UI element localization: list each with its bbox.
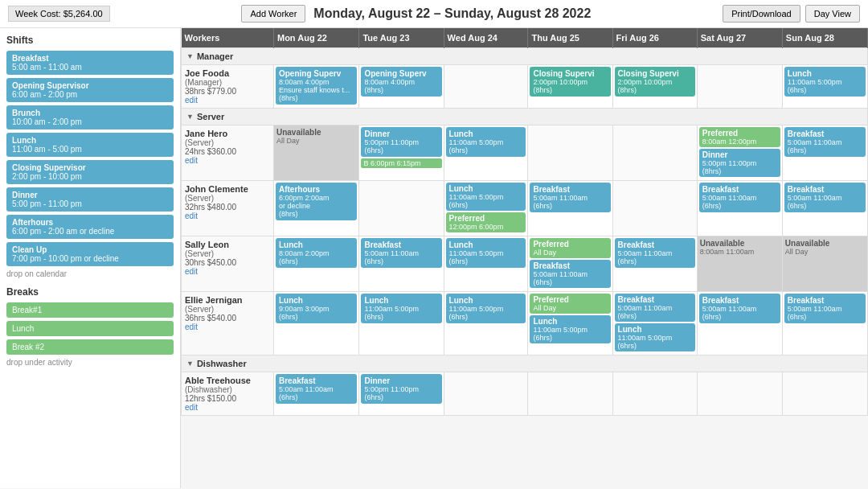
sidebar-shift-item[interactable]: Brunch10:00 am - 2:00 pm [6, 105, 174, 129]
unavailable-cell: Unavailable All Day [782, 236, 867, 292]
worker-edit-link[interactable]: edit [185, 267, 270, 276]
worker-edit-link[interactable]: edit [185, 96, 270, 105]
sidebar: Shifts Breakfast5:00 am - 11:00 amOpenin… [0, 28, 181, 488]
calendar-title: Monday, August 22 – Sunday, August 28 20… [313, 6, 591, 21]
shift-cell: Opening Superv 8:00am 4:00pm Ensure staf… [273, 65, 358, 109]
worker-hours: 32hrs $480.00 [185, 203, 270, 212]
worker-info-cell: Sally Leon (Server) 30hrs $450.00 edit [182, 236, 274, 292]
section-name: Manager [197, 51, 233, 61]
header-wed: Wed Aug 24 [444, 28, 528, 48]
section-header-row: ▼ Dishwasher [182, 355, 868, 372]
section-header[interactable]: ▼ Manager [182, 48, 868, 65]
section-header-row: ▼ Manager [182, 48, 868, 65]
sidebar-shift-item[interactable]: Afterhours6:00 pm - 2:00 am or decline [6, 215, 174, 239]
shift-cell: Breakfast 5:00am 11:00am (6hrs) [782, 125, 867, 181]
worker-role: (Manager) [185, 78, 270, 87]
schedule-table: Workers Mon Aug 22 Tue Aug 23 Wed Aug 24… [181, 28, 868, 416]
shift-cell: Lunch 11:00am 5:00pm (6hrs) [444, 292, 528, 355]
header-sat: Sat Aug 27 [697, 28, 782, 48]
worker-name: Joe Fooda [185, 68, 270, 78]
empty-day-cell [782, 372, 867, 416]
worker-name: Ellie Jernigan [185, 295, 270, 305]
sidebar-shift-item[interactable]: Closing Supervisor2:00 pm - 10:00 pm [6, 160, 174, 184]
header-row: Workers Mon Aug 22 Tue Aug 23 Wed Aug 24… [182, 28, 868, 48]
sidebar-break-item[interactable]: Break#1 [6, 302, 174, 318]
shift-cell: Opening Superv 8:00am 4:00pm (8hrs) [359, 65, 444, 109]
collapse-triangle[interactable]: ▼ [186, 360, 194, 368]
section-header-row: ▼ Server [182, 109, 868, 125]
worker-name: John Clemente [185, 184, 270, 194]
worker-edit-link[interactable]: edit [185, 156, 270, 165]
shifts-title: Shifts [6, 35, 174, 46]
day-view-button[interactable]: Day View [805, 5, 860, 23]
empty-day-cell [444, 372, 528, 416]
breaks-section: Breaks Break#1LunchBreak #2 drop under a… [6, 286, 174, 367]
worker-role: (Server) [185, 249, 270, 258]
multi-shift-cell: Breakfast 5:00am 11:00am (6hrs) Lunch 11… [612, 292, 697, 355]
calendar: Workers Mon Aug 22 Tue Aug 23 Wed Aug 24… [181, 28, 868, 488]
sidebar-shift-item[interactable]: Dinner5:00 pm - 11:00 pm [6, 187, 174, 212]
sidebar-shift-item[interactable]: Lunch11:00 am - 5:00 pm [6, 133, 174, 157]
shift-cell: Breakfast 5:00am 11:00am (6hrs) [782, 181, 867, 236]
worker-row: Joe Fooda (Manager) 38hrs $779.00 edit O… [182, 65, 868, 109]
worker-role: (Server) [185, 194, 270, 203]
schedule-body: ▼ Manager Joe Fooda (Manager) 38hrs $779… [182, 48, 868, 416]
worker-role: (Server) [185, 305, 270, 314]
top-bar: Week Cost: $5,264.00 Add Worker Monday, … [0, 0, 868, 28]
shift-cell: Lunch 8:00am 2:00pm (6hrs) [273, 236, 358, 292]
collapse-triangle[interactable]: ▼ [186, 113, 194, 121]
empty-day-cell [528, 125, 612, 181]
empty-day-cell [528, 372, 612, 416]
empty-day-cell [612, 181, 697, 236]
section-header[interactable]: ▼ Dishwasher [182, 355, 868, 372]
sidebar-break-item[interactable]: Break #2 [6, 339, 174, 355]
header-fri: Fri Aug 26 [612, 28, 697, 48]
shift-cell: Closing Supervi 2:00pm 10:00pm (8hrs) [528, 65, 612, 109]
worker-hours: 24hrs $360.00 [185, 147, 270, 156]
shift-cell: Breakfast 5:00am 11:00am (6hrs) [782, 292, 867, 355]
breaks-title: Breaks [6, 286, 174, 298]
shift-cell: Breakfast 5:00am 11:00am (6hrs) [528, 181, 612, 236]
header-tue: Tue Aug 23 [359, 28, 444, 48]
worker-hours: 12hrs $150.00 [185, 394, 270, 403]
unavailable-cell: Unavailable All Day [273, 125, 358, 181]
collapse-triangle[interactable]: ▼ [186, 52, 194, 60]
workers-header: Workers [182, 28, 274, 48]
shift-cell: Lunch 11:00am 5:00pm (6hrs) [444, 236, 528, 292]
worker-row: Jane Hero (Server) 24hrs $360.00 edit Un… [182, 125, 868, 181]
sidebar-break-item[interactable]: Lunch [6, 321, 174, 336]
sidebar-shift-item[interactable]: Breakfast5:00 am - 11:00 am [6, 51, 174, 75]
header-sun: Sun Aug 28 [782, 28, 867, 48]
breaks-list: Break#1LunchBreak #2 [6, 302, 174, 355]
print-download-button[interactable]: Print/Download [723, 5, 800, 23]
worker-name: Sally Leon [185, 240, 270, 249]
shift-cell: Lunch 11:00am 5:00pm (6hrs) [444, 125, 528, 181]
empty-day-cell [359, 181, 444, 236]
empty-day-cell [697, 65, 782, 109]
sidebar-shift-item[interactable]: Clean Up7:00 pm - 10:00 pm or decline [6, 242, 174, 266]
multi-shift-cell: Preferred All Day Breakfast 5:00am 11:00… [528, 236, 612, 292]
shift-cell: Breakfast 5:00am 11:00am (6hrs) [359, 236, 444, 292]
worker-hours: 30hrs $450.00 [185, 258, 270, 267]
main-layout: Shifts Breakfast5:00 am - 11:00 amOpenin… [0, 28, 868, 488]
section-header[interactable]: ▼ Server [182, 109, 868, 125]
worker-name: Able Treehouse [185, 376, 270, 385]
worker-role: (Dishwasher) [185, 385, 270, 394]
shift-cell: Breakfast 5:00am 11:00am (6hrs) [697, 181, 782, 236]
worker-role: (Server) [185, 138, 270, 147]
worker-edit-link[interactable]: edit [185, 323, 270, 331]
week-cost: Week Cost: $5,264.00 [8, 6, 110, 22]
shift-cell: Breakfast 5:00am 11:00am (6hrs) [612, 236, 697, 292]
add-worker-button[interactable]: Add Worker [241, 5, 305, 23]
shift-cell: Breakfast 5:00am 11:00am (6hrs) [273, 372, 358, 416]
worker-info-cell: John Clemente (Server) 32hrs $480.00 edi… [182, 181, 274, 236]
sidebar-shift-item[interactable]: Opening Supervisor6:00 am - 2:00 pm [6, 78, 174, 102]
worker-edit-link[interactable]: edit [185, 212, 270, 220]
worker-edit-link[interactable]: edit [185, 403, 270, 412]
shift-cell: Dinner 5:00pm 11:00pm (6hrs) [359, 372, 444, 416]
multi-shift-cell: Preferred All Day Lunch 11:00am 5:00pm (… [528, 292, 612, 355]
worker-info-cell: Jane Hero (Server) 24hrs $360.00 edit [182, 125, 274, 181]
worker-info-cell: Able Treehouse (Dishwasher) 12hrs $150.0… [182, 372, 274, 416]
worker-row: Able Treehouse (Dishwasher) 12hrs $150.0… [182, 372, 868, 416]
drop-on-calendar: drop on calendar [6, 269, 174, 278]
